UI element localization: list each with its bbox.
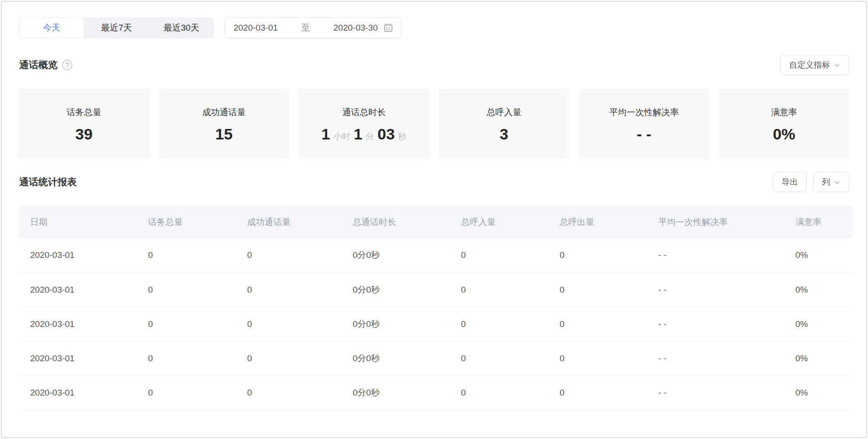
- table-cell: 0: [560, 273, 658, 307]
- table-cell: 0: [461, 238, 560, 273]
- stat-cards: 话务总量 39 成功通话量 15 通话总时长 1小时 1分 03秒 总呼入量 3: [19, 90, 849, 158]
- stat-card-inbound-calls: 总呼入量 3: [439, 90, 569, 158]
- stat-card-first-resolution-rate: 平均一次性解决率 - -: [579, 90, 709, 158]
- table-cell: 0: [461, 341, 560, 375]
- table-cell: - -: [658, 307, 795, 341]
- report-title: 通话统计报表: [19, 176, 77, 188]
- table-cell: - -: [658, 341, 795, 375]
- table-cell: 2020-03-01: [19, 273, 148, 307]
- table-cell: 0: [247, 273, 353, 307]
- tab-preset-2[interactable]: 最近30天: [149, 17, 214, 38]
- stat-label: 成功通话量: [202, 107, 246, 118]
- column-header-3: 总通话时长: [353, 206, 461, 238]
- table-cell: 0: [461, 375, 560, 410]
- customize-metrics-button[interactable]: 自定义指标: [780, 55, 849, 75]
- overview-section-header: 通话概览 ? 自定义指标: [19, 55, 849, 75]
- column-header-0: 日期: [19, 206, 148, 238]
- stat-card-satisfaction-rate: 满意率 0%: [720, 90, 849, 158]
- table-cell: 0: [560, 341, 658, 375]
- date-preset-tab-group: 今天最近7天最近30天: [19, 17, 214, 38]
- table-cell: 0分0秒: [353, 238, 461, 273]
- table-cell: 2020-03-01: [19, 341, 148, 375]
- filter-bar: 今天最近7天最近30天 2020-03-01 至 2020-03-30: [19, 17, 849, 38]
- overview-title: 通话概览: [19, 59, 58, 71]
- stat-value: 1小时 1分 03秒: [321, 126, 407, 142]
- table-cell: 0: [461, 307, 560, 341]
- stat-value: 15: [215, 126, 233, 142]
- help-icon[interactable]: ?: [62, 60, 72, 70]
- report-table: 日期话务总量成功通话量总通话时长总呼入量总呼出量平均一次性解决率满意率 2020…: [19, 206, 852, 410]
- table-cell: 0分0秒: [353, 341, 461, 375]
- column-header-1: 话务总量: [148, 206, 247, 238]
- stat-value: 39: [75, 126, 93, 142]
- table-cell: 0: [148, 375, 247, 410]
- table-cell: 2020-03-01: [19, 238, 148, 273]
- column-header-5: 总呼出量: [560, 206, 658, 238]
- stat-card-total-duration: 通话总时长 1小时 1分 03秒: [299, 90, 429, 158]
- column-header-4: 总呼入量: [461, 206, 560, 238]
- table-row: 2020-03-01000分0秒00- -0%: [19, 341, 852, 375]
- stat-value: - -: [637, 126, 651, 142]
- table-cell: 0%: [795, 238, 852, 273]
- table-cell: 0%: [795, 375, 852, 410]
- table-cell: 0: [560, 238, 658, 273]
- chevron-down-icon: [834, 179, 840, 185]
- table-cell: 2020-03-01: [19, 307, 148, 341]
- table-cell: 0分0秒: [353, 307, 461, 341]
- export-button[interactable]: 导出: [773, 172, 807, 192]
- table-cell: - -: [658, 375, 795, 410]
- column-header-6: 平均一次性解决率: [658, 206, 795, 238]
- table-cell: - -: [658, 238, 795, 273]
- stat-label: 通话总时长: [342, 107, 386, 118]
- table-cell: 0: [247, 341, 353, 375]
- table-cell: 0: [247, 375, 353, 410]
- dashboard-page: 今天最近7天最近30天 2020-03-01 至 2020-03-30: [1, 1, 867, 438]
- date-end-value[interactable]: 2020-03-30: [333, 23, 378, 33]
- column-header-7: 满意率: [795, 206, 852, 238]
- table-cell: 0: [148, 341, 247, 375]
- table-header-row: 日期话务总量成功通话量总通话时长总呼入量总呼出量平均一次性解决率满意率: [19, 206, 852, 238]
- date-separator: 至: [302, 22, 310, 34]
- chevron-down-icon: [834, 62, 840, 68]
- stat-card-successful-calls: 成功通话量 15: [159, 90, 289, 158]
- stat-card-total-calls: 话务总量 39: [19, 90, 149, 158]
- table-cell: 0分0秒: [353, 273, 461, 307]
- table-row: 2020-03-01000分0秒00- -0%: [19, 307, 852, 341]
- column-header-2: 成功通话量: [247, 206, 353, 238]
- table-cell: 2020-03-01: [19, 375, 148, 410]
- stat-value: 3: [500, 126, 508, 142]
- date-start-value[interactable]: 2020-03-01: [233, 23, 278, 33]
- table-cell: - -: [658, 273, 795, 307]
- table-row: 2020-03-01000分0秒00- -0%: [19, 273, 852, 307]
- table-cell: 0: [560, 307, 658, 341]
- tab-preset-0[interactable]: 今天: [19, 17, 84, 38]
- calendar-icon[interactable]: [383, 23, 393, 33]
- table-cell: 0: [148, 238, 247, 273]
- date-range-picker[interactable]: 2020-03-01 至 2020-03-30: [225, 17, 402, 38]
- columns-button[interactable]: 列: [813, 172, 849, 192]
- stat-label: 平均一次性解决率: [609, 107, 679, 118]
- table-cell: 0: [461, 273, 560, 307]
- stat-label: 话务总量: [67, 107, 101, 118]
- table-cell: 0: [247, 307, 353, 341]
- table-cell: 0: [560, 375, 658, 410]
- table-row: 2020-03-01000分0秒00- -0%: [19, 238, 852, 273]
- stat-label: 满意率: [771, 107, 797, 118]
- table-cell: 0: [148, 273, 247, 307]
- table-cell: 0%: [795, 307, 852, 341]
- report-section-header: 通话统计报表 导出 列: [19, 172, 849, 192]
- table-cell: 0%: [795, 341, 852, 375]
- table-cell: 0%: [795, 273, 852, 307]
- stat-label: 总呼入量: [487, 107, 521, 118]
- table-cell: 0: [247, 238, 353, 273]
- tab-preset-1[interactable]: 最近7天: [84, 17, 149, 38]
- table-cell: 0分0秒: [353, 375, 461, 410]
- stat-value: 0%: [773, 126, 795, 142]
- table-row: 2020-03-01000分0秒00- -0%: [19, 375, 852, 410]
- table-cell: 0: [148, 307, 247, 341]
